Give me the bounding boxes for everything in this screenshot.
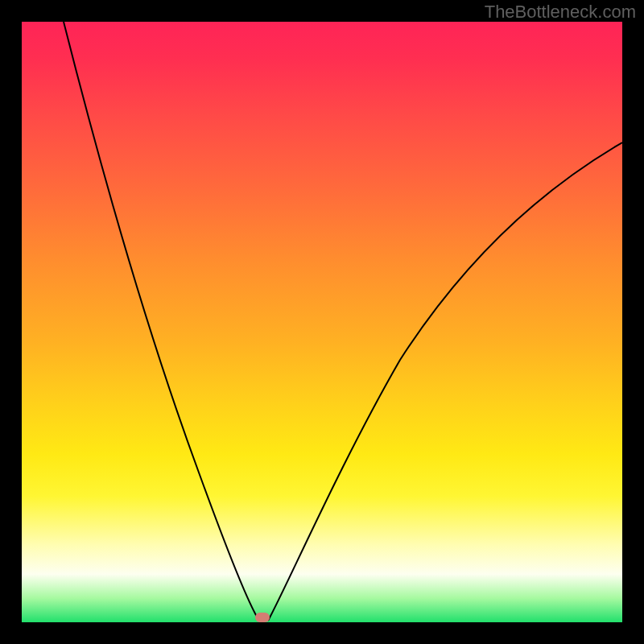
plot-area [22,22,622,622]
chart-frame: TheBottleneck.com [0,0,644,644]
curve-right-branch [268,142,622,621]
curve-left-branch [64,22,259,621]
optimum-marker [255,613,270,622]
bottleneck-curve [22,22,622,622]
watermark-text: TheBottleneck.com [485,2,636,23]
